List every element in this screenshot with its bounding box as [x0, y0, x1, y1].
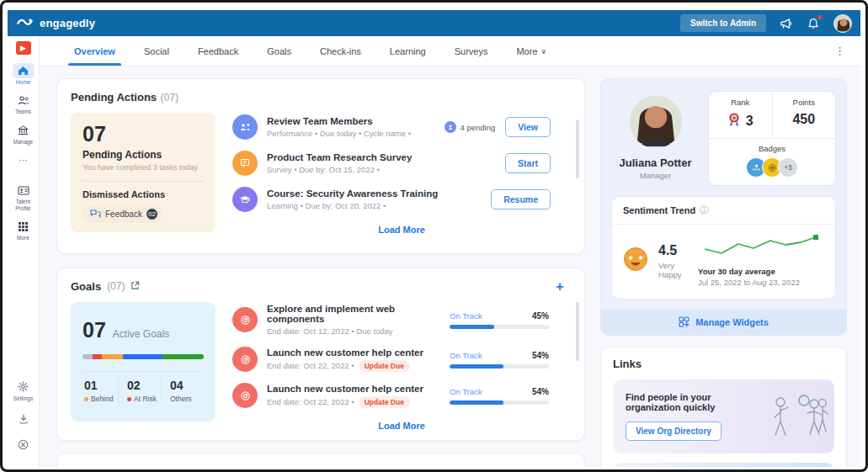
goals-card: Goals (07) + 07 Active Goals — [56, 268, 585, 440]
goal-target-icon — [232, 307, 258, 332]
sidebar-item-more-apps[interactable]: More — [9, 219, 38, 241]
sidebar-item-teams[interactable]: Teams — [9, 93, 38, 114]
left-sidebar: ▶ Home Teams Manage ⋯ — [8, 36, 40, 467]
app-icon[interactable]: ▶ — [16, 41, 31, 55]
profile-role: Manager — [640, 171, 672, 180]
goals-progress-segments — [83, 354, 204, 359]
announcements-icon[interactable] — [780, 17, 793, 30]
feedback-chat-icon — [90, 209, 101, 220]
view-button[interactable]: View — [505, 117, 551, 137]
switch-to-admin-button[interactable]: Switch to Admin — [680, 14, 766, 32]
status-dot — [127, 397, 131, 401]
app-window: engagedly Switch to Admin — [0, 0, 868, 472]
goal-target-icon — [232, 347, 258, 372]
sidebar-item-home[interactable]: Home — [9, 63, 38, 85]
tab-feedback[interactable]: Feedback — [184, 36, 253, 66]
organization-icon — [13, 123, 35, 138]
goals-summary-panel: 07 Active Goals 01 Behind — [71, 302, 216, 422]
pending-actions-title: Pending Actions — [71, 91, 157, 103]
progress-bar — [450, 325, 549, 329]
profile-avatar — [630, 96, 682, 148]
goal-progress: On Track 54% — [450, 351, 549, 369]
medal-icon — [727, 112, 741, 130]
badges-row[interactable]: +3 — [709, 153, 835, 185]
points-cell: Points 450 — [772, 92, 836, 138]
talent-profile-icon — [13, 183, 35, 198]
profile-name: Juliana Potter — [620, 156, 692, 169]
sidebar-item-collapse[interactable] — [9, 437, 38, 452]
profile-widget-card: Juliana Potter Manager Rank — [600, 78, 847, 336]
org-directory-illustration-icon — [762, 390, 834, 443]
user-avatar[interactable] — [833, 14, 852, 33]
notifications-bell-icon[interactable] — [807, 17, 820, 30]
goals-stat-at-risk: 02 At Risk — [118, 379, 161, 403]
dismissed-feedback-chip[interactable]: Feedback 02 — [83, 205, 162, 223]
pending-subtext: You have completed 3 tasks today — [83, 163, 204, 172]
info-icon[interactable]: ⓘ — [700, 204, 708, 216]
sidebar-item-settings[interactable]: Settings — [9, 379, 38, 401]
pending-actions-card: Pending Actions (07) 07 Pending Actions … — [56, 78, 585, 254]
pending-actions-count: (07) — [161, 92, 178, 103]
goals-stat-others: 04 Others — [161, 379, 204, 403]
goal-item-row: Launch new customer help center End date… — [232, 383, 571, 408]
pending-count-number: 07 — [83, 124, 204, 145]
sidebar-item-more-ellipsis[interactable]: ⋯ — [9, 152, 38, 168]
chevron-down-icon: ∨ — [541, 47, 547, 56]
tab-learning[interactable]: Learning — [375, 36, 440, 66]
pending-summary-panel: 07 Pending Actions You have completed 3 … — [71, 113, 216, 232]
tab-goals[interactable]: Goals — [253, 36, 306, 66]
sidebar-item-manage[interactable]: Manage — [9, 123, 38, 145]
performance-review-icon — [232, 114, 258, 140]
sentiment-average-label: Your 30 day average — [698, 267, 824, 276]
dashboard-content: Pending Actions (07) 07 Pending Actions … — [40, 66, 860, 467]
sentiment-mood: Very Happy — [658, 261, 688, 279]
badges-more-count: +3 — [778, 157, 798, 178]
tab-overview[interactable]: Overview — [60, 36, 130, 66]
sidebar-item-talent-profile[interactable]: Talent Profile — [9, 183, 38, 211]
sentiment-date-range: Jul 25, 2022 to Aug 23, 2022 — [698, 278, 824, 287]
links-card: Links Find people in your organization q… — [600, 347, 847, 467]
tab-more[interactable]: More∨ — [502, 36, 561, 66]
goal-progress: On Track 45% — [450, 311, 549, 329]
progress-bar — [450, 364, 549, 369]
add-goal-button[interactable]: + — [556, 279, 564, 294]
card-scrollbar[interactable] — [576, 119, 579, 178]
home-icon — [13, 63, 35, 78]
start-button[interactable]: Start — [505, 153, 551, 173]
tab-surveys[interactable]: Surveys — [440, 36, 503, 66]
points-value: 450 — [792, 112, 815, 127]
ellipsis-icon: ⋯ — [13, 152, 35, 167]
sentiment-trend-card: Sentiment Trend ⓘ — [611, 196, 836, 300]
external-link-icon[interactable] — [130, 278, 140, 294]
sentiment-sparkline — [698, 235, 824, 263]
rank-cell: Rank 3 — [709, 92, 772, 138]
view-org-directory-button[interactable]: View Org Directory — [626, 422, 722, 441]
course-icon — [232, 187, 258, 212]
engagedly-logo-icon — [16, 16, 35, 30]
goal-item-row: Explore and implement web components End… — [232, 304, 571, 336]
brand-logo[interactable]: engagedly — [16, 16, 95, 30]
gear-icon — [13, 379, 35, 395]
resume-button[interactable]: Resume — [491, 189, 551, 209]
active-goals-number: 07 — [83, 320, 106, 341]
tab-social[interactable]: Social — [130, 36, 184, 66]
pending-item-row: Course: Security Awareness Training Lear… — [232, 187, 571, 212]
pending-item-row: Product Team Research Survey Survey • Du… — [232, 151, 571, 176]
kebab-menu-icon[interactable]: ⋮ — [831, 45, 849, 57]
rank-value: 3 — [746, 114, 754, 129]
pending-load-more-link[interactable]: Load More — [232, 225, 571, 235]
pending-avatar-icon — [445, 121, 456, 133]
manage-widgets-button[interactable]: Manage Widgets — [601, 310, 846, 335]
brand-name: engagedly — [40, 17, 95, 29]
goal-progress: On Track 54% — [450, 387, 549, 405]
sidebar-item-download[interactable] — [9, 411, 38, 427]
dismissed-actions-title: Dismissed Actions — [83, 189, 204, 199]
goals-load-more-link[interactable]: Load More — [232, 421, 571, 431]
pending-count-chip: 4 pending — [445, 121, 496, 133]
badges-label: Badges — [709, 139, 835, 153]
progress-bar — [450, 400, 549, 405]
goals-stat-behind: 01 Behind — [83, 379, 118, 403]
help-guide-tile: Access helpful articles based on your ne… — [613, 463, 834, 467]
tab-check-ins[interactable]: Check-ins — [306, 36, 375, 66]
card-scrollbar[interactable] — [576, 302, 579, 361]
